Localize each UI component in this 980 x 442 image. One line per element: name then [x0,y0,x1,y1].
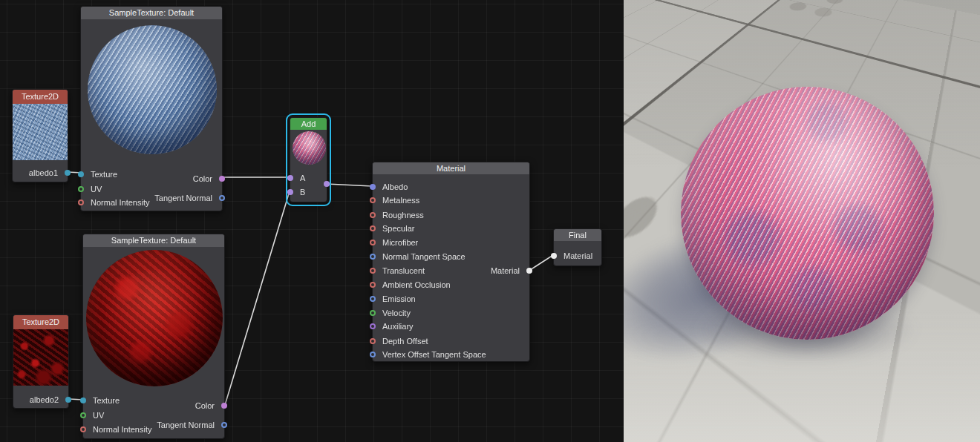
port-label: Metalness [382,195,419,205]
node-title: Texture2D [22,92,59,101]
final-material-input-port[interactable] [551,253,557,259]
port-row-tangent-normal: Tangent Normal [81,193,222,203]
normal-intensity-input-port[interactable] [78,199,84,205]
port-label: Normal Tangent Space [382,251,466,262]
port-label: Tangent Normal [157,420,215,430]
node-texture2d-2[interactable]: Texture2D albedo2 [13,314,69,409]
wire-add-to-material-albedo[interactable] [327,184,372,186]
add-result-sphere-preview [293,131,326,165]
port-row-b: B [290,187,327,197]
node-title: SampleTexture: Default [111,236,196,245]
albedo-input-port[interactable] [370,184,376,190]
metalness-input-port[interactable] [370,197,376,203]
port-row-metalness: Metalness [373,195,529,205]
port-row-albedo1: albedo1 [13,168,68,178]
3d-preview-viewport[interactable] [624,0,980,442]
albedo1-output-port[interactable] [65,170,71,176]
node-header-texture2d-1[interactable]: Texture2D [13,90,68,104]
auxiliary-input-port[interactable] [370,323,376,329]
b-input-port[interactable] [287,189,293,195]
uv-input-port[interactable] [80,412,86,418]
port-row-material-output: Material [373,265,529,276]
port-label: Velocity [382,308,411,318]
port-row-albedo2: albedo2 [13,395,68,405]
emission-input-port[interactable] [370,296,376,302]
port-row-specular: Specular [373,223,529,234]
node-graph-canvas[interactable]: SampleTexture: Default Texture UV Normal… [0,0,624,442]
port-label: Emission [382,294,416,304]
tangent-normal-output-port[interactable] [219,195,225,201]
port-row-albedo: Albedo [373,182,529,192]
node-texture2d-1[interactable]: Texture2D albedo1 [12,89,68,182]
node-final[interactable]: Final Material [553,228,602,266]
color-output-port[interactable] [221,403,227,409]
port-label: Tangent Normal [154,193,212,203]
node-header-sampletexture-1[interactable]: SampleTexture: Default [81,7,222,19]
normal-tangent-space-input-port[interactable] [370,254,376,260]
port-label: Auxiliary [382,321,414,332]
port-label: Roughness [382,210,424,220]
port-row-uv: UV [83,410,224,420]
port-label: Color [193,174,212,184]
red-sphere-preview [86,250,223,386]
vertex-offset-tangent-space-input-port[interactable] [370,352,376,357]
node-material[interactable]: Material Albedo Metalness Roughness Spec… [372,162,530,362]
port-label: Specular [382,223,414,234]
port-label: B [300,187,305,197]
port-label: albedo2 [30,395,59,405]
rendered-material-sphere [681,87,934,340]
port-label: Color [195,400,215,411]
node-header-material[interactable]: Material [373,162,529,174]
port-row-color: Color [81,174,222,184]
node-header-sampletexture-2[interactable]: SampleTexture: Default [83,234,224,247]
depth-offset-input-port[interactable] [370,338,376,344]
roughness-input-port[interactable] [370,212,376,218]
red-texture-thumbnail [13,329,68,386]
color-output-port[interactable] [219,176,225,182]
port-row-depth-offset: Depth Offset [373,336,529,346]
add-output-port[interactable] [324,181,330,187]
node-header-texture2d-2[interactable]: Texture2D [13,315,68,329]
port-label: Vertex Offset Tangent Space [382,349,486,360]
ambient-occlusion-input-port[interactable] [370,282,376,288]
material-editor-window: SampleTexture: Default Texture UV Normal… [0,0,980,442]
port-row-velocity: Velocity [373,308,529,318]
port-label: Material [491,265,520,276]
denim-texture-thumbnail [13,104,68,160]
wire-material-to-final[interactable] [530,255,553,270]
texture-input-port[interactable] [80,398,86,403]
port-row-color: Color [83,400,224,411]
tangent-normal-output-port[interactable] [221,422,227,428]
material-output-port[interactable] [526,268,532,274]
port-label: Microfiber [382,237,418,248]
port-row-normal-tangent-space: Normal Tangent Space [373,251,529,262]
uv-input-port[interactable] [78,186,84,192]
a-input-port[interactable] [287,175,293,181]
port-label: UV [93,410,104,420]
port-label: Ambient Occlusion [382,280,451,290]
port-row-auxiliary: Auxiliary [373,321,529,332]
microfiber-input-port[interactable] [370,240,376,245]
node-sampletexture-2[interactable]: SampleTexture: Default Texture UV Normal… [82,234,225,439]
wire-sample2-color-to-add-b[interactable] [225,191,290,405]
node-header-final[interactable]: Final [554,229,601,241]
normal-intensity-input-port[interactable] [80,426,86,432]
node-title: Final [569,231,587,240]
node-title: Add [301,119,316,128]
translucent-input-port[interactable] [370,268,376,274]
velocity-input-port[interactable] [370,310,376,316]
node-header-add[interactable]: Add [290,118,327,130]
node-title: Texture2D [22,317,59,326]
port-row-final-material: Material [554,251,601,261]
node-add[interactable]: Add A B [290,117,327,202]
albedo2-output-port[interactable] [65,397,71,403]
port-row-ambient-occlusion: Ambient Occlusion [373,280,529,290]
node-title: SampleTexture: Default [109,8,194,17]
specular-input-port[interactable] [370,225,376,231]
denim-sphere-preview [88,25,217,154]
texture-input-port[interactable] [78,171,84,177]
port-row-roughness: Roughness [373,210,529,220]
node-sampletexture-1[interactable]: SampleTexture: Default Texture UV Normal… [80,6,223,211]
port-row-tangent-normal: Tangent Normal [83,420,224,430]
port-label: Albedo [382,182,408,192]
